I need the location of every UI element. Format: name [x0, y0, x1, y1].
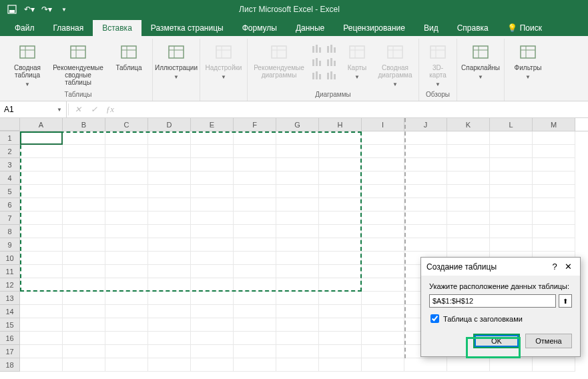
row-header[interactable]: 12	[0, 278, 20, 292]
cell[interactable]	[276, 198, 319, 212]
row-header[interactable]: 1	[0, 131, 20, 145]
cell[interactable]	[234, 278, 276, 292]
tab-file[interactable]: Файл	[5, 20, 44, 36]
column-header[interactable]: C	[105, 118, 148, 131]
cell[interactable]	[148, 252, 191, 265]
cell[interactable]	[20, 198, 63, 212]
column-header[interactable]: K	[447, 118, 490, 131]
cell[interactable]	[234, 238, 276, 252]
cell[interactable]	[234, 185, 276, 198]
cancel-button[interactable]: Отмена	[525, 334, 572, 348]
cell[interactable]	[63, 225, 105, 238]
chart-type-icon[interactable]	[310, 43, 324, 55]
cell[interactable]	[191, 332, 234, 345]
cell[interactable]	[105, 332, 148, 345]
cell[interactable]	[20, 358, 63, 372]
cell[interactable]	[362, 185, 404, 198]
cell[interactable]	[276, 265, 319, 278]
column-header[interactable]: G	[276, 118, 319, 131]
cell[interactable]	[105, 238, 148, 252]
cell[interactable]	[105, 131, 148, 145]
cell[interactable]	[191, 158, 234, 171]
cell[interactable]	[533, 198, 575, 212]
cell[interactable]	[490, 358, 533, 372]
cell[interactable]	[533, 225, 575, 238]
cell[interactable]	[234, 145, 276, 158]
cell[interactable]	[105, 212, 148, 225]
cell[interactable]	[319, 171, 362, 185]
chart-type-icon[interactable]	[325, 69, 338, 81]
row-header[interactable]: 6	[0, 198, 20, 212]
cell[interactable]	[447, 358, 490, 372]
name-box-dropdown-icon[interactable]: ▼	[57, 107, 62, 113]
cell[interactable]	[276, 171, 319, 185]
cell[interactable]	[362, 145, 404, 158]
cell[interactable]	[319, 185, 362, 198]
cell[interactable]	[20, 318, 63, 332]
cell[interactable]	[490, 225, 533, 238]
row-header[interactable]: 18	[0, 358, 20, 372]
chart-type-gallery[interactable]	[310, 40, 338, 81]
select-all-corner[interactable]	[0, 118, 20, 131]
row-header[interactable]: 9	[0, 238, 20, 252]
cell[interactable]	[447, 171, 490, 185]
tab-insert[interactable]: Вставка	[93, 20, 141, 36]
range-selector-icon[interactable]: ⬆	[559, 294, 572, 308]
cell[interactable]	[148, 145, 191, 158]
cell[interactable]	[148, 265, 191, 278]
cell[interactable]	[148, 278, 191, 292]
cell[interactable]	[490, 185, 533, 198]
cell[interactable]	[319, 265, 362, 278]
column-header[interactable]: H	[319, 118, 362, 131]
row-header[interactable]: 5	[0, 185, 20, 198]
cell[interactable]	[319, 131, 362, 145]
cell[interactable]	[234, 158, 276, 171]
cell[interactable]	[63, 158, 105, 171]
cell[interactable]	[105, 358, 148, 372]
cell[interactable]	[362, 292, 404, 305]
cell[interactable]	[319, 345, 362, 358]
tab-data[interactable]: Данные	[286, 20, 334, 36]
tab-review[interactable]: Рецензирование	[334, 20, 414, 36]
cell[interactable]	[63, 131, 105, 145]
cell[interactable]	[20, 171, 63, 185]
cell[interactable]	[191, 278, 234, 292]
cell[interactable]	[447, 185, 490, 198]
row-header[interactable]: 7	[0, 212, 20, 225]
cell[interactable]	[234, 318, 276, 332]
cell[interactable]	[191, 345, 234, 358]
cell[interactable]	[63, 318, 105, 332]
cell[interactable]	[404, 212, 447, 225]
cell[interactable]	[404, 131, 447, 145]
cell[interactable]	[319, 252, 362, 265]
cell[interactable]	[63, 278, 105, 292]
cell[interactable]	[533, 158, 575, 171]
cell[interactable]	[362, 358, 404, 372]
cell[interactable]	[191, 171, 234, 185]
cell[interactable]	[404, 158, 447, 171]
cell[interactable]	[148, 198, 191, 212]
cell[interactable]	[362, 212, 404, 225]
cell[interactable]	[447, 198, 490, 212]
column-header[interactable]: A	[20, 118, 63, 131]
column-header[interactable]: M	[533, 118, 575, 131]
cell[interactable]	[319, 305, 362, 318]
cell[interactable]	[319, 158, 362, 171]
chart-type-icon[interactable]	[310, 69, 324, 81]
cell[interactable]	[234, 212, 276, 225]
cell[interactable]	[148, 345, 191, 358]
cell[interactable]	[63, 238, 105, 252]
cell[interactable]	[319, 225, 362, 238]
cell[interactable]	[63, 212, 105, 225]
cell[interactable]	[148, 358, 191, 372]
cell[interactable]	[148, 305, 191, 318]
row-header[interactable]: 17	[0, 345, 20, 358]
cell[interactable]	[404, 225, 447, 238]
tab-formulas[interactable]: Формулы	[233, 20, 286, 36]
cell[interactable]	[490, 131, 533, 145]
cell[interactable]	[105, 278, 148, 292]
cell[interactable]	[20, 185, 63, 198]
cell[interactable]	[148, 332, 191, 345]
cell[interactable]	[234, 292, 276, 305]
tab-home[interactable]: Главная	[44, 20, 93, 36]
